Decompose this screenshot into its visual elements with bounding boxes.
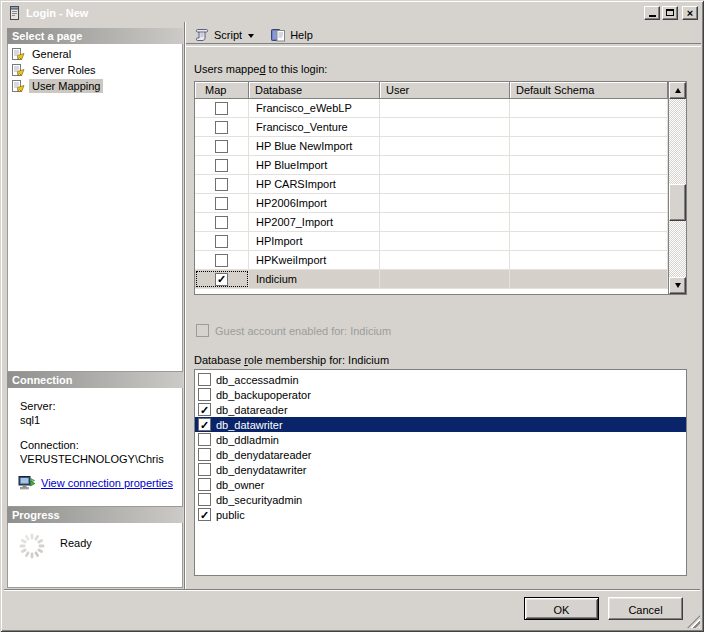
role-checkbox[interactable] [198,373,211,386]
minimize-button[interactable] [644,6,660,20]
map-cell[interactable] [195,213,249,231]
role-item[interactable]: db_ddladmin [195,432,686,447]
map-checkbox[interactable] [215,235,228,248]
scrollbar-track[interactable] [669,99,686,277]
user-cell[interactable] [380,270,510,288]
map-cell[interactable] [195,251,249,269]
role-checkbox[interactable] [198,418,211,431]
role-item[interactable]: db_accessadmin [195,372,686,387]
map-checkbox[interactable] [215,273,228,286]
role-item[interactable]: db_owner [195,477,686,492]
default-schema-cell[interactable] [510,251,668,269]
sidebar-item-user-mapping[interactable]: User Mapping [8,78,182,94]
default-schema-cell[interactable] [510,232,668,250]
view-connection-properties-link[interactable]: View connection properties [41,477,173,489]
user-cell[interactable] [380,99,510,117]
table-row[interactable]: HPKweiImport [195,251,668,270]
role-item[interactable]: db_backupoperator [195,387,686,402]
database-cell[interactable]: Francisco_eWebLP [249,99,380,117]
table-scrollbar[interactable] [668,82,686,294]
map-cell[interactable] [195,99,249,117]
user-cell[interactable] [380,137,510,155]
table-row[interactable]: Indicium [195,270,668,289]
map-checkbox[interactable] [215,197,228,210]
role-checkbox[interactable] [198,403,211,416]
default-schema-cell[interactable] [510,118,668,136]
default-schema-cell[interactable] [510,194,668,212]
table-row[interactable]: HP2007_Import [195,213,668,232]
role-item[interactable]: db_securityadmin [195,492,686,507]
help-button[interactable]: Help [267,25,316,45]
user-cell[interactable] [380,175,510,193]
map-checkbox[interactable] [215,102,228,115]
role-item[interactable]: db_denydatawriter [195,462,686,477]
database-cell[interactable]: Indicium [249,270,380,288]
user-cell[interactable] [380,232,510,250]
table-row[interactable]: HP2006Import [195,194,668,213]
sidebar-item-server-roles[interactable]: Server Roles [8,62,182,78]
column-header-user[interactable]: User [380,82,510,99]
user-cell[interactable] [380,251,510,269]
database-cell[interactable]: HP2006Import [249,194,380,212]
database-cell[interactable]: HPImport [249,232,380,250]
default-schema-cell[interactable] [510,99,668,117]
default-schema-cell[interactable] [510,156,668,174]
table-row[interactable]: Francisco_Venture [195,118,668,137]
map-cell[interactable] [195,118,249,136]
database-cell[interactable]: HP BlueImport [249,156,380,174]
map-checkbox[interactable] [215,121,228,134]
map-checkbox[interactable] [215,216,228,229]
role-checkbox[interactable] [198,433,211,446]
role-checkbox[interactable] [198,448,211,461]
default-schema-cell[interactable] [510,137,668,155]
database-cell[interactable]: HP2007_Import [249,213,380,231]
table-row[interactable]: HP CARSImport [195,175,668,194]
scroll-up-button[interactable] [669,82,686,99]
map-cell[interactable] [195,175,249,193]
map-cell[interactable] [195,270,249,288]
table-row[interactable]: HP BlueImport [195,156,668,175]
close-button[interactable]: × [682,6,698,20]
role-checkbox[interactable] [198,388,211,401]
sidebar-item-general[interactable]: General [8,46,182,62]
map-cell[interactable] [195,232,249,250]
map-checkbox[interactable] [215,140,228,153]
map-checkbox[interactable] [215,159,228,172]
user-cell[interactable] [380,156,510,174]
default-schema-cell[interactable] [510,175,668,193]
script-dropdown-icon[interactable] [248,34,254,38]
role-item[interactable]: db_datawriter [195,417,686,432]
scroll-down-button[interactable] [669,277,686,294]
maximize-button[interactable] [662,6,678,20]
role-item[interactable]: db_datareader [195,402,686,417]
default-schema-cell[interactable] [510,270,668,288]
database-cell[interactable]: HPKweiImport [249,251,380,269]
resize-grip[interactable] [687,615,700,628]
role-checkbox[interactable] [198,463,211,476]
role-checkbox[interactable] [198,508,211,521]
user-cell[interactable] [380,194,510,212]
user-cell[interactable] [380,213,510,231]
role-item[interactable]: db_denydatareader [195,447,686,462]
cancel-button[interactable]: Cancel [608,597,683,620]
map-checkbox[interactable] [215,254,228,267]
map-cell[interactable] [195,156,249,174]
role-checkbox[interactable] [198,478,211,491]
column-header-map[interactable]: Map [195,82,249,99]
ok-button[interactable]: OK [524,597,599,620]
database-cell[interactable]: HP CARSImport [249,175,380,193]
database-cell[interactable]: HP Blue NewImport [249,137,380,155]
table-row[interactable]: HP Blue NewImport [195,137,668,156]
column-header-default-schema[interactable]: Default Schema [510,82,668,99]
role-item[interactable]: public [195,507,686,522]
script-button[interactable]: Script [191,25,261,45]
table-row[interactable]: HPImport [195,232,668,251]
map-cell[interactable] [195,194,249,212]
table-row[interactable]: Francisco_eWebLP [195,99,668,118]
scrollbar-thumb[interactable] [669,184,686,221]
default-schema-cell[interactable] [510,213,668,231]
map-checkbox[interactable] [215,178,228,191]
column-header-database[interactable]: Database [249,82,380,99]
database-cell[interactable]: Francisco_Venture [249,118,380,136]
role-checkbox[interactable] [198,493,211,506]
